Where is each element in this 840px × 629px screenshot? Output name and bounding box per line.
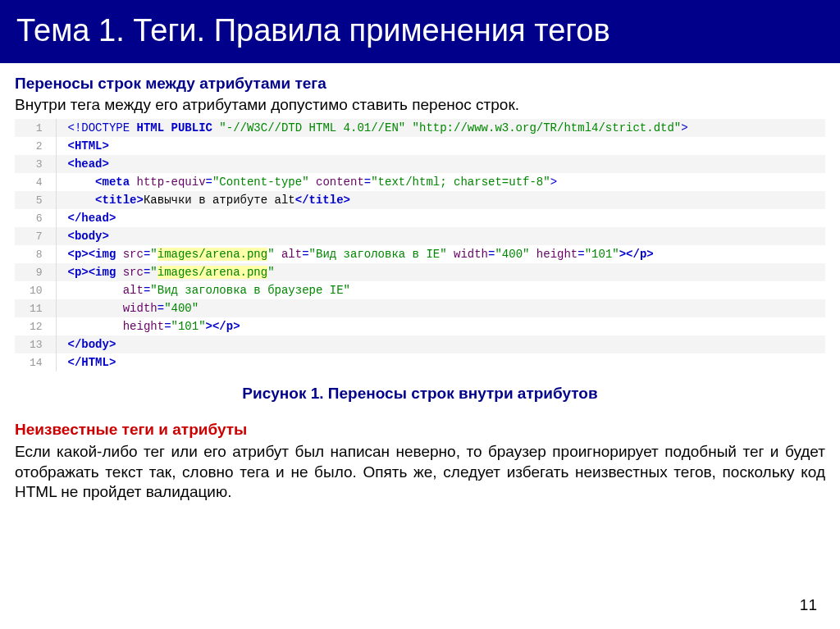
code-token: "400" (495, 248, 529, 261)
code-token: <body> (68, 230, 109, 243)
code-token: <p><img (68, 248, 116, 261)
code-line: <p><img src="images/arena.png" (56, 263, 825, 281)
line-number: 6 (15, 209, 56, 227)
code-token: images/arena.png (158, 248, 267, 261)
code-token: = (578, 248, 584, 261)
code-line: </head> (56, 209, 825, 227)
code-token: " (267, 248, 274, 261)
code-token: Кавычки в атрибуте alt (144, 194, 295, 207)
code-token: alt (275, 248, 303, 261)
code-token: width (68, 302, 158, 315)
code-token: " (150, 248, 157, 261)
code-token: src (116, 266, 144, 279)
code-token: <HTML> (68, 139, 109, 153)
code-token: > (550, 175, 557, 189)
code-token: src (116, 248, 144, 261)
code-listing: 1<!DOCTYPE HTML PUBLIC "-//W3C//DTD HTML… (15, 119, 825, 371)
code-token: </body> (68, 338, 116, 351)
code-token: <meta (68, 175, 130, 189)
code-line: <HTML> (56, 137, 825, 155)
line-number: 7 (15, 227, 56, 245)
code-line: <meta http-equiv="Content-type" content=… (56, 173, 825, 191)
line-number: 12 (15, 317, 56, 335)
code-token: " (150, 266, 157, 279)
code-token: = (164, 320, 171, 333)
line-number: 13 (15, 335, 56, 353)
code-token: alt (68, 284, 144, 297)
code-token: "Вид заголовка в браузере IE" (150, 284, 350, 297)
code-token: height (68, 320, 165, 333)
code-line: alt="Вид заголовка в браузере IE" (56, 281, 825, 299)
code-token: "400" (164, 302, 199, 315)
code-token: "101" (171, 320, 206, 333)
code-line: <body> (56, 227, 825, 245)
code-line: <head> (56, 155, 825, 173)
code-token: content (309, 175, 364, 189)
code-token: images/arena.png (158, 266, 267, 279)
section2-title: Неизвестные теги и атрибуты (15, 421, 825, 439)
code-token: "Вид заголовка в IE" (309, 248, 447, 261)
line-number: 9 (15, 263, 56, 281)
slide-content: Переносы строк между атрибутами тега Вну… (0, 63, 840, 503)
code-token: <p><img (68, 266, 116, 279)
code-token: <head> (68, 157, 109, 171)
code-line: width="400" (56, 299, 825, 317)
code-token: "text/html; charset=utf-8" (371, 175, 550, 189)
code-token: http-equiv (130, 175, 205, 189)
line-number: 10 (15, 281, 56, 299)
slide-title: Тема 1. Теги. Правила применения тегов (0, 0, 840, 63)
line-number: 11 (15, 299, 56, 317)
code-token: HTML PUBLIC (130, 121, 212, 134)
code-line: <!DOCTYPE HTML PUBLIC "-//W3C//DTD HTML … (56, 119, 825, 137)
section2-para: Если какой-либо тег или его атрибут был … (15, 442, 825, 503)
code-line: height="101"></p> (56, 317, 825, 335)
line-number: 8 (15, 245, 56, 263)
line-number: 1 (15, 119, 56, 137)
code-token: "-//W3C//DTD HTML 4.01//EN" "http://www.… (212, 121, 681, 134)
code-line: </body> (56, 335, 825, 353)
code-token: ></p> (619, 248, 654, 261)
code-line: <title>Кавычки в атрибуте alt</title> (56, 191, 825, 209)
line-number: 4 (15, 173, 56, 191)
code-line: <p><img src="images/arena.png" alt="Вид … (56, 245, 825, 263)
code-token: <title> (68, 194, 144, 207)
code-token: </head> (68, 212, 116, 225)
code-token: </HTML> (68, 356, 116, 369)
code-token: " (267, 266, 274, 279)
code-token: <!DOCTYPE (68, 121, 130, 134)
line-number: 3 (15, 155, 56, 173)
code-token: </title> (295, 194, 350, 207)
line-number: 5 (15, 191, 56, 209)
section1-title: Переносы строк между атрибутами тега (15, 75, 825, 93)
code-token: "Content-type" (212, 175, 309, 189)
code-line: </HTML> (56, 353, 825, 371)
line-number: 2 (15, 137, 56, 155)
figure-caption: Рисунок 1. Переносы строк внутри атрибут… (15, 385, 825, 403)
code-token: "101" (585, 248, 619, 261)
code-token: ></p> (206, 320, 240, 333)
code-token: = (302, 248, 308, 261)
section1-desc: Внутри тега между его атрибутами допусти… (15, 96, 825, 114)
code-token: width (447, 248, 488, 261)
code-token: height (529, 248, 578, 261)
code-token: = (158, 302, 164, 315)
line-number: 14 (15, 353, 56, 371)
page-number: 11 (800, 596, 817, 614)
code-token: = (364, 175, 371, 189)
code-token: = (206, 175, 212, 189)
code-token: > (681, 121, 687, 134)
